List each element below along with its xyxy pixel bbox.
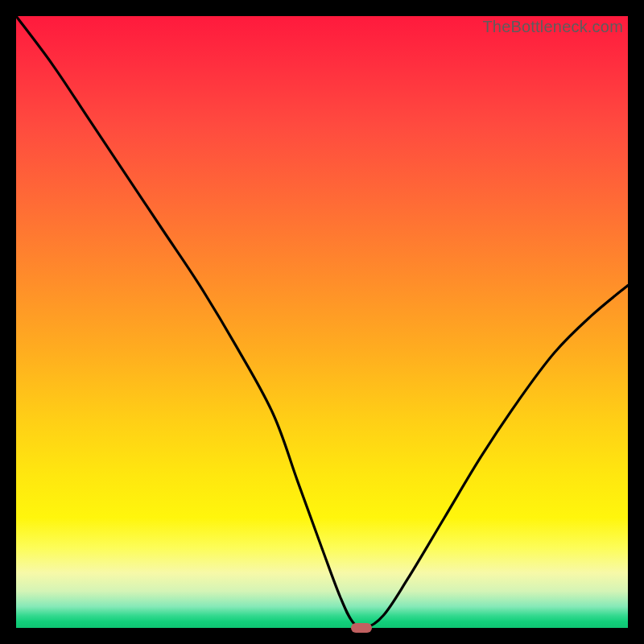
bottleneck-curve: [16, 16, 628, 628]
chart-frame: TheBottleneck.com: [0, 0, 644, 644]
curve-path: [16, 16, 628, 628]
optimal-marker: [351, 623, 372, 633]
plot-area: TheBottleneck.com: [16, 16, 628, 628]
